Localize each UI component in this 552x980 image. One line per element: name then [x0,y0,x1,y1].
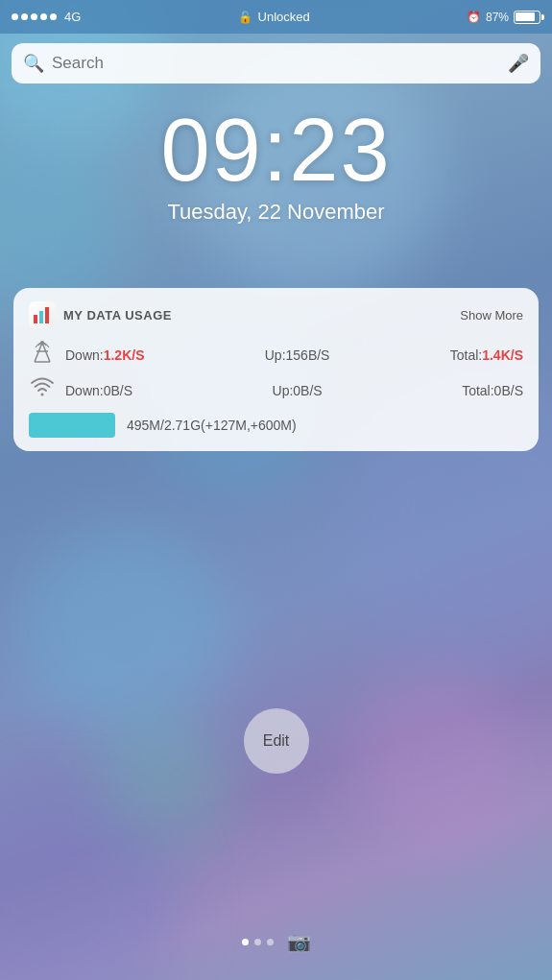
battery-indicator [514,11,540,24]
signal-dot-2 [21,13,28,20]
progress-label: 495M/2.71G(+127M,+600M) [127,418,297,433]
svg-rect-0 [34,315,37,323]
clock-time: 09:23 [0,106,552,194]
bar-chart-icon [33,305,52,324]
widget-title: MY DATA USAGE [63,308,172,323]
cellular-data-values: Down:1.2K/S Up:156B/S Total:1.4K/S [65,347,523,363]
widget-card: MY DATA USAGE Show More Down:1.2K/S Up:1… [13,288,539,451]
signal-dot-4 [40,13,47,20]
cellular-total: Total:1.4K/S [450,347,523,363]
lock-icon: 🔓 [238,11,252,24]
wifi-data-row: Down:0B/S Up:0B/S Total:0B/S [29,377,523,403]
time-display: 09:23 Tuesday, 22 November [0,106,552,225]
battery-percent: 87% [486,11,509,24]
svg-rect-2 [45,307,49,323]
battery-fill [516,12,535,21]
search-input[interactable] [52,54,500,73]
microphone-icon[interactable]: 🎤 [508,53,529,74]
signal-dot-1 [12,13,18,20]
network-type: 4G [64,10,81,24]
alarm-icon: ⏰ [467,11,481,24]
progress-row: 495M/2.71G(+127M,+600M) [29,413,523,438]
status-bar: 4G 🔓 Unlocked ⏰ 87% [0,0,552,34]
progress-bar [29,413,115,438]
wifi-icon [29,377,56,403]
signal-dot-5 [50,13,57,20]
widget-header: MY DATA USAGE Show More [29,301,523,328]
wifi-total: Total:0B/S [462,383,523,398]
bottom-bar: 📷 [0,903,552,980]
wifi-data-values: Down:0B/S Up:0B/S Total:0B/S [65,383,523,398]
signal-dot-3 [31,13,37,20]
svg-rect-1 [39,311,43,323]
widget-title-row: MY DATA USAGE [29,301,172,328]
cellular-up: Up:156B/S [265,347,330,363]
signal-dots [12,13,57,20]
status-center: 🔓 Unlocked [238,10,310,24]
show-more-button[interactable]: Show More [460,308,523,323]
clock-date: Tuesday, 22 November [0,200,552,225]
wifi-down: Down:0B/S [65,383,132,398]
widget-app-icon [29,301,56,328]
search-bar[interactable]: 🔍 🎤 [12,43,540,84]
status-right: ⏰ 87% [467,11,540,24]
cellular-down: Down:1.2K/S [65,347,145,363]
lock-status-text: Unlocked [258,10,310,24]
edit-label: Edit [263,732,290,750]
page-dot-3 [267,939,274,945]
edit-button[interactable]: Edit [244,708,309,774]
page-dot-2 [254,939,261,945]
battery-shell [514,11,540,24]
search-icon: 🔍 [23,53,44,74]
signal-area: 4G [12,10,81,24]
cellular-data-row: Down:1.2K/S Up:156B/S Total:1.4K/S [29,340,523,370]
camera-shortcut-icon[interactable]: 📷 [287,930,311,953]
page-dot-1 [242,939,249,945]
wifi-up: Up:0B/S [273,383,323,398]
page-dots: 📷 [242,930,311,953]
cellular-icon [29,340,56,370]
